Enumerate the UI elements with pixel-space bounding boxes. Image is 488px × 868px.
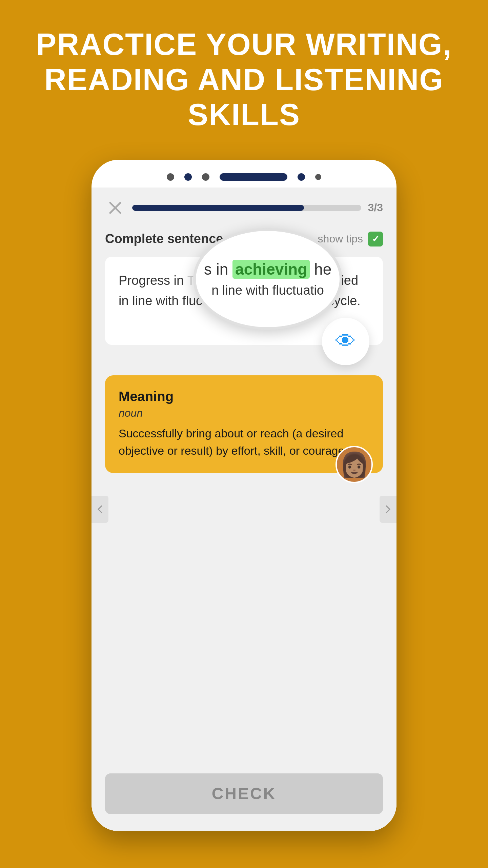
exercise-type-label: Complete sentence: [105, 232, 223, 246]
magnifier-line2: n line with fluctuatio: [211, 283, 324, 298]
check-btn-container: CHECK: [92, 763, 396, 831]
status-pill: [220, 173, 287, 181]
status-dot-2: [184, 173, 192, 181]
avatar-emoji: 👩🏽: [340, 451, 369, 478]
meaning-pos: noun: [119, 407, 369, 419]
show-tips-label: show tips: [318, 233, 363, 245]
magnifier-prefix: s in: [204, 260, 232, 278]
status-dot-4: [298, 173, 305, 181]
tips-checkbox[interactable]: [368, 232, 383, 246]
avatar: 👩🏽: [336, 446, 373, 483]
side-arrow-left[interactable]: [92, 496, 108, 523]
magnifier-line1: s in achieving he: [204, 260, 332, 278]
app-content: 3/3 Complete sentence show tips s in ach…: [92, 188, 396, 831]
eye-icon: 👁: [336, 330, 356, 353]
page-title: PRACTICE YOUR WRITING,: [9, 27, 479, 62]
progress-bar: [132, 205, 361, 211]
status-dot-3: [202, 173, 209, 181]
side-arrow-right[interactable]: [380, 496, 396, 523]
status-dot-5: [315, 174, 321, 180]
magnifier-word: achieving: [232, 260, 310, 279]
close-icon: [108, 201, 122, 215]
eye-bubble[interactable]: 👁: [322, 318, 369, 365]
page-title-line2: READING AND LISTENING: [17, 62, 471, 98]
check-button[interactable]: CHECK: [105, 773, 383, 814]
magnifier-suffix: he: [310, 260, 331, 278]
progress-bar-fill: [132, 205, 304, 211]
phone-status-bar: [92, 160, 396, 188]
left-arrow-icon: [97, 504, 103, 514]
progress-label: 3/3: [368, 201, 383, 214]
meaning-title: Meaning: [119, 389, 369, 404]
right-arrow-icon: [385, 504, 391, 514]
page-title-line3: SKILLS: [161, 97, 327, 133]
magnifier-overlay: s in achieving he n line with fluctuatio: [193, 228, 342, 330]
meaning-card: Meaning noun Successfully bring about or…: [105, 375, 383, 473]
exercise-header: 3/3: [92, 188, 396, 228]
close-button[interactable]: [105, 198, 125, 218]
meaning-definition: Successfully bring about or reach (a des…: [119, 425, 369, 459]
show-tips-row: show tips: [318, 232, 383, 246]
content-spacer: [92, 480, 396, 763]
status-dot-1: [167, 173, 174, 181]
phone-mockup: 3/3 Complete sentence show tips s in ach…: [92, 160, 396, 831]
sentence-prefix: Progress in: [119, 273, 187, 288]
